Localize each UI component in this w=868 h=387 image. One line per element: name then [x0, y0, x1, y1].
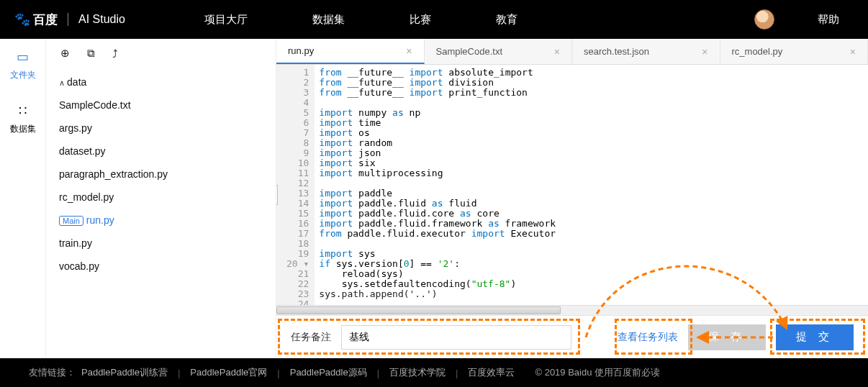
footer-link[interactable]: 百度效率云	[468, 366, 515, 379]
main-file-name: run.py	[86, 214, 114, 226]
remark-input[interactable]	[341, 325, 571, 350]
tree-file-main[interactable]: Mainrun.py	[55, 209, 267, 232]
footer-link[interactable]: PaddlePaddle源码	[290, 366, 367, 379]
file-tree: data SampleCode.txt args.py dataset.py p…	[46, 68, 276, 281]
file-toolbar: ⊕ ⧉ ⤴	[46, 39, 276, 68]
tree-file[interactable]: dataset.py	[55, 140, 267, 163]
nav-item-edu[interactable]: 教育	[496, 13, 517, 27]
footer-prefix: 友情链接：	[29, 366, 76, 379]
task-list-link[interactable]: 查看任务列表	[618, 331, 678, 344]
tree-file[interactable]: SampleCode.txt	[55, 94, 267, 117]
file-panel: ⊕ ⧉ ⤴ data SampleCode.txt args.py datase…	[46, 39, 276, 358]
avatar[interactable]	[754, 9, 774, 29]
upload-icon[interactable]: ⤴	[112, 47, 118, 60]
tab-samplecode[interactable]: SampleCode.txt×	[425, 39, 573, 64]
tab-label: search.test.json	[584, 46, 649, 57]
tree-file[interactable]: rc_model.py	[55, 186, 267, 209]
scrollbar-thumb[interactable]	[276, 306, 561, 314]
tab-label: SampleCode.txt	[436, 46, 503, 57]
code-editor[interactable]: ◂ 1234567891011121314151617181920 ▾21222…	[276, 65, 868, 305]
tree-file[interactable]: vocab.py	[55, 255, 267, 278]
top-nav: 🐾百度 AI Studio 项目大厅 数据集 比赛 教育 帮助	[0, 0, 868, 39]
paw-icon: 🐾	[14, 12, 30, 27]
footer: 友情链接： PaddlePaddle训练营| PaddlePaddle官网| P…	[0, 358, 868, 387]
new-folder-icon[interactable]: ⧉	[87, 47, 95, 60]
new-file-icon[interactable]: ⊕	[60, 47, 70, 60]
tree-folder-data[interactable]: data	[55, 70, 267, 94]
main-badge: Main	[59, 216, 83, 226]
save-button[interactable]: 保 存	[688, 324, 766, 350]
submit-button[interactable]: 提 交	[776, 324, 854, 350]
nav-item-contests[interactable]: 比赛	[410, 13, 431, 27]
rail-files-label: 文件夹	[10, 69, 36, 81]
rail-datasets[interactable]: ∷ 数据集	[10, 103, 36, 135]
editor-tabs: run.py× SampleCode.txt× search.test.json…	[276, 39, 868, 65]
close-icon[interactable]: ×	[406, 45, 412, 57]
footer-copyright: © 2019 Baidu 使用百度前必读	[535, 366, 660, 379]
line-gutter: 1234567891011121314151617181920 ▾2122232…	[276, 65, 315, 305]
tree-file[interactable]: paragraph_extraction.py	[55, 163, 267, 186]
remark-label: 任务备注	[291, 331, 331, 344]
tree-file[interactable]: args.py	[55, 117, 267, 140]
tab-search-json[interactable]: search.test.json×	[572, 39, 720, 64]
nav-item-datasets[interactable]: 数据集	[312, 13, 345, 27]
divider	[68, 13, 68, 26]
close-icon[interactable]: ×	[850, 46, 856, 58]
close-icon[interactable]: ×	[702, 46, 707, 58]
panel-collapse-handle[interactable]: ◂	[276, 185, 278, 205]
tab-run-py[interactable]: run.py×	[276, 39, 425, 64]
logo-area[interactable]: 🐾百度 AI Studio	[14, 12, 125, 28]
brand-baidu: 百度	[33, 12, 58, 28]
footer-link[interactable]: PaddlePaddle官网	[190, 366, 267, 379]
code-content[interactable]: from __future__ import absolute_importfr…	[315, 65, 868, 305]
brand-studio: AI Studio	[78, 13, 125, 26]
nav-links: 项目大厅 数据集 比赛 教育	[204, 13, 517, 27]
tab-label: rc_model.py	[732, 46, 783, 57]
rail-datasets-label: 数据集	[10, 123, 36, 135]
tab-rc-model[interactable]: rc_model.py×	[720, 39, 869, 64]
footer-link[interactable]: 百度技术学院	[389, 366, 446, 379]
rail-files[interactable]: ▭ 文件夹	[10, 49, 36, 81]
footer-link[interactable]: PaddlePaddle训练营	[81, 366, 168, 379]
editor-area: run.py× SampleCode.txt× search.test.json…	[276, 39, 868, 358]
tab-label: run.py	[288, 45, 314, 56]
tree-file[interactable]: train.py	[55, 232, 267, 255]
folder-icon: ▭	[17, 49, 29, 65]
close-icon[interactable]: ×	[554, 46, 560, 58]
nav-item-projects[interactable]: 项目大厅	[204, 13, 248, 27]
bottom-bar: 任务备注 查看任务列表 保 存 提 交	[276, 315, 868, 358]
dataset-icon: ∷	[19, 103, 27, 119]
horizontal-scrollbar[interactable]	[276, 305, 868, 315]
left-rail: ▭ 文件夹 ∷ 数据集	[0, 39, 46, 358]
nav-help[interactable]: 帮助	[818, 13, 839, 27]
